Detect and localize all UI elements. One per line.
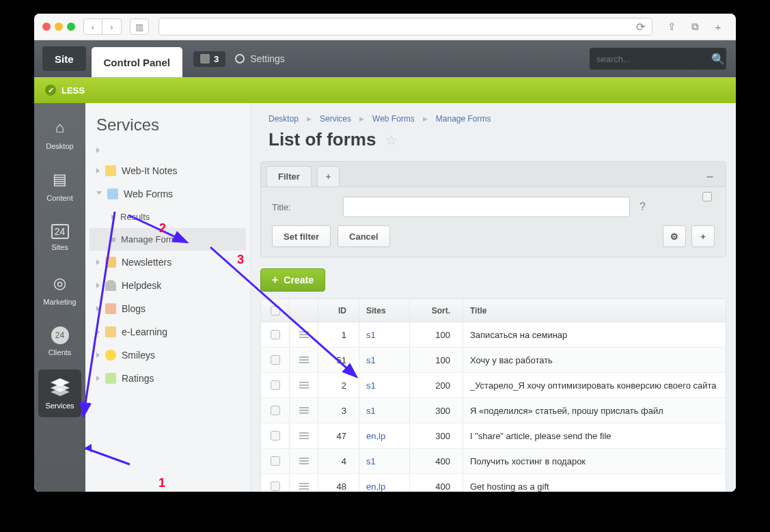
tree-item-manage-forms[interactable]: Manage Forms [90, 228, 246, 251]
cell-sites[interactable]: en,lp [366, 431, 385, 441]
search-icon[interactable]: 🔍 [711, 53, 725, 66]
tree-title: Services [90, 115, 246, 141]
crumb-services[interactable]: Services [320, 114, 351, 124]
drag-handle-icon[interactable] [299, 432, 309, 439]
cancel-filter-button[interactable]: Cancel [338, 225, 390, 247]
share-icon[interactable]: ⇪ [662, 18, 681, 35]
rail-clients[interactable]: 24Clients [38, 318, 81, 365]
row-checkbox[interactable] [271, 330, 280, 339]
filter-settings-button[interactable]: ⚙ [663, 225, 686, 247]
cell-title: Записаться на семинар [463, 322, 726, 347]
cell-sort: 300 [410, 423, 463, 448]
notifications-badge[interactable]: 3 [193, 51, 225, 67]
cell-sites[interactable]: en,lp [366, 481, 385, 492]
gear-icon: ⚙ [670, 232, 678, 242]
tree-item-elearning[interactable]: e-Learning [90, 320, 246, 344]
tree-item-newsletters[interactable]: Newsletters [90, 251, 246, 274]
col-title[interactable]: Title [463, 299, 726, 322]
rail-desktop[interactable]: ⌂Desktop [38, 110, 81, 158]
table-row[interactable]: 47en,lp300I "share" article, please send… [261, 423, 726, 449]
col-id[interactable]: ID [318, 299, 359, 322]
cell-sites[interactable]: s1 [366, 380, 376, 391]
ratings-icon [105, 373, 116, 384]
drag-handle-icon[interactable] [299, 356, 309, 363]
help-icon[interactable]: ? [640, 201, 646, 213]
target-icon: ◎ [50, 273, 70, 294]
settings-link[interactable]: Settings [235, 53, 285, 64]
crumb-desktop[interactable]: Desktop [269, 114, 299, 124]
forms-icon [107, 188, 118, 199]
row-checkbox[interactable] [271, 481, 280, 491]
back-button[interactable]: ‹ [83, 18, 102, 35]
rail-label: Services [45, 402, 74, 410]
tree-item-notes[interactable]: Web-It Notes [90, 159, 246, 182]
set-filter-button[interactable]: Set filter [272, 225, 331, 247]
chevron-down-icon [96, 191, 102, 197]
tree-item-helpdesk[interactable]: Helpdesk [90, 274, 246, 297]
tree-item-webforms[interactable]: Web Forms [90, 182, 246, 206]
col-sites[interactable]: Sites [359, 299, 410, 322]
zoom-window-icon[interactable] [67, 23, 75, 31]
cell-sites[interactable]: s1 [366, 355, 376, 365]
rail-services[interactable]: Services [38, 369, 81, 417]
row-checkbox[interactable] [271, 431, 280, 440]
rail-content[interactable]: ▤Content [38, 162, 81, 210]
create-button[interactable]: +Create [260, 268, 325, 292]
forward-button[interactable]: › [102, 18, 122, 35]
add-filter-tab[interactable]: + [317, 166, 340, 186]
crumb-manage[interactable]: Manage Forms [436, 114, 491, 124]
cell-sites[interactable]: s1 [366, 330, 376, 340]
cell-sort: 200 [410, 373, 463, 397]
status-text: LESS [61, 85, 85, 96]
sidebar-toggle-icon[interactable]: ▥ [130, 18, 149, 35]
row-checkbox[interactable] [271, 456, 280, 466]
forms-table: ID Sites Sort. Title 1s1100Записаться на… [260, 298, 726, 492]
filter-title-input[interactable] [343, 197, 630, 217]
filter-add-button[interactable]: + [691, 225, 715, 247]
drag-handle-icon[interactable] [299, 483, 309, 490]
table-row[interactable]: 1s1100Записаться на семинар [261, 322, 726, 348]
select-all-checkbox[interactable] [271, 306, 280, 316]
filter-tab[interactable]: Filter [266, 166, 312, 186]
table-row[interactable]: 3s1300Я «поделился» статьей, прошу присл… [261, 398, 726, 423]
row-checkbox[interactable] [271, 355, 280, 365]
tree-item-results[interactable]: Results [90, 206, 246, 228]
table-row[interactable]: 48en,lp400Get hosting as a gift [261, 474, 726, 492]
tree-item-blogs[interactable]: Blogs [90, 297, 246, 320]
top-search[interactable]: 🔍 [590, 48, 726, 70]
table-row[interactable]: 4s1400Получить хостинг в подарок [261, 449, 726, 474]
new-tab-icon[interactable]: + [709, 18, 728, 35]
row-checkbox[interactable] [271, 380, 280, 390]
search-input[interactable] [596, 54, 711, 64]
layers-icon [50, 377, 70, 397]
control-panel-tab[interactable]: Control Panel [92, 47, 183, 77]
cell-sites[interactable]: s1 [366, 406, 376, 416]
rail-label: Desktop [46, 142, 73, 150]
site-tab[interactable]: Site [42, 46, 86, 71]
drag-handle-icon[interactable] [299, 407, 309, 414]
drag-handle-icon[interactable] [299, 382, 309, 389]
table-row[interactable]: 2s1200_Устарело_Я хочу оптимизировать ко… [261, 373, 726, 398]
rail-marketing[interactable]: ◎Marketing [38, 266, 81, 313]
col-sort[interactable]: Sort. [410, 299, 463, 322]
cell-sites[interactable]: s1 [366, 456, 376, 466]
close-window-icon[interactable] [42, 23, 51, 31]
drag-handle-icon[interactable] [299, 458, 309, 464]
tree-collapse[interactable] [90, 141, 246, 159]
drag-handle-icon[interactable] [299, 331, 309, 338]
tree-item-smileys[interactable]: Smileys [90, 344, 246, 367]
favorite-star-icon[interactable]: ☆ [385, 132, 398, 148]
address-bar[interactable]: ⟳ [159, 18, 652, 36]
tree-item-ratings[interactable]: Ratings [90, 367, 246, 390]
row-checkbox[interactable] [271, 406, 280, 415]
filter-checkbox[interactable] [702, 192, 712, 201]
rail-sites[interactable]: 24Sites [38, 214, 81, 262]
crumb-webforms[interactable]: Web Forms [372, 114, 415, 124]
reload-icon[interactable]: ⟳ [636, 20, 645, 33]
collapse-filter-icon[interactable]: – [706, 173, 713, 180]
cell-title: I "share" article, please send the file [463, 423, 726, 448]
minimize-window-icon[interactable] [55, 23, 63, 31]
tabs-icon[interactable]: ⧉ [685, 18, 704, 35]
cell-sort: 400 [410, 449, 463, 473]
table-row[interactable]: 51s1100Хочу у вас работать [261, 348, 726, 373]
